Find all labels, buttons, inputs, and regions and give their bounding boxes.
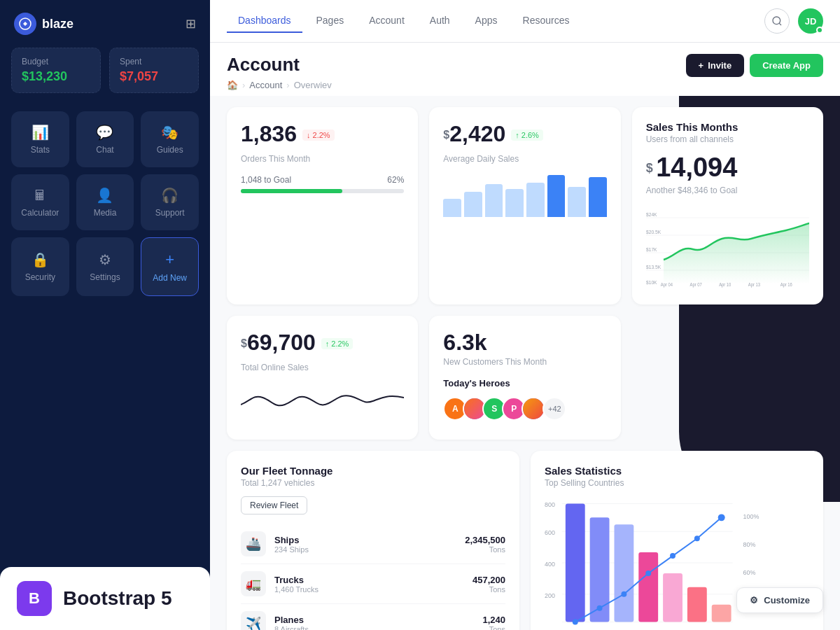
heroes-avatars: A S P +42 <box>443 397 606 421</box>
trucks-value: 457,200 <box>472 575 505 585</box>
fleet-card: Our Fleet Tonnage Total 1,247 vehicles R… <box>227 451 519 630</box>
online-sales-change: ↑ 2.2% <box>321 338 354 349</box>
dashboard-area: 1,836 ↓ 2.2% Orders This Month 1,048 to … <box>210 96 840 630</box>
sidebar-item-add-new[interactable]: + Add New <box>141 237 199 296</box>
bar-5 <box>526 183 545 217</box>
svg-text:200: 200 <box>545 592 555 599</box>
svg-text:$24K: $24K <box>646 211 657 218</box>
new-customers-label: New Customers This Month <box>443 357 606 367</box>
create-app-button[interactable]: Create App <box>750 54 823 77</box>
user-avatar[interactable]: JD <box>798 8 823 34</box>
spent-label: Spent <box>120 57 188 66</box>
budget-row: Budget $13,230 Spent $7,057 <box>0 48 210 104</box>
stats-icon: 📊 <box>31 124 49 141</box>
sidebar-item-security[interactable]: 🔒 Security <box>11 237 69 296</box>
search-button[interactable] <box>764 8 790 34</box>
orders-card: 1,836 ↓ 2.2% Orders This Month 1,048 to … <box>227 107 418 304</box>
fleet-row-planes: ✈️ Planes 8 Aircrafts 1,240 Tons <box>241 604 505 630</box>
svg-text:$20.5K: $20.5K <box>646 228 661 235</box>
sales-change-arrow: ↑ <box>515 131 519 139</box>
ships-sub: 234 Ships <box>274 545 309 554</box>
sidebar-item-chat[interactable]: 💬 Chat <box>76 111 134 167</box>
logo-icon <box>14 13 36 35</box>
tab-dashboards[interactable]: Dashboards <box>227 9 302 33</box>
svg-rect-27 <box>614 524 634 622</box>
tab-pages[interactable]: Pages <box>305 9 356 33</box>
invite-button[interactable]: + Invite <box>686 54 745 77</box>
svg-text:$13.5K: $13.5K <box>646 263 661 270</box>
spent-card: Spent $7,057 <box>109 48 199 93</box>
fleet-row-trucks: 🚛 Trucks 1,460 Trucks 457,200 Tons <box>241 564 505 604</box>
progress-fill <box>241 189 342 193</box>
security-label: Security <box>25 272 55 282</box>
bootstrap-badge: B Bootstrap 5 <box>0 567 210 630</box>
new-customers-card: 6.3k New Customers This Month Today's He… <box>429 316 620 440</box>
tab-apps[interactable]: Apps <box>464 9 509 33</box>
customize-icon: ⚙ <box>750 595 758 606</box>
dollar-prefix: $ <box>443 129 449 141</box>
progress-label: 1,048 to Goal <box>241 175 291 185</box>
daily-sales-label: Average Daily Sales <box>443 154 606 164</box>
guides-label: Guides <box>157 145 183 155</box>
breadcrumb: 🏠 › Account › Overwiev <box>227 80 823 90</box>
main-content: Dashboards Pages Account Auth Apps Resou… <box>210 0 840 630</box>
bar-1 <box>443 199 461 217</box>
svg-text:$10K: $10K <box>646 279 657 286</box>
sales-line-chart: $24K $20.5K $17K $13.5K $10K Apr 04 Apr … <box>646 204 809 290</box>
svg-rect-31 <box>712 605 732 622</box>
sidebar-item-guides[interactable]: 🎭 Guides <box>141 111 199 167</box>
calculator-icon: 🖩 <box>33 188 47 204</box>
svg-point-38 <box>718 514 725 521</box>
breadcrumb-account[interactable]: Account <box>249 80 282 90</box>
customize-label: Customize <box>764 595 810 606</box>
daily-sales-change: ↑ 2.6% <box>511 130 543 141</box>
heroes-title: Today's Heroes <box>443 378 606 388</box>
trucks-unit: Tons <box>472 585 505 594</box>
tab-resources[interactable]: Resources <box>512 9 581 33</box>
orders-change: ↓ 2.2% <box>302 130 335 141</box>
bar-4 <box>505 189 524 217</box>
guides-icon: 🎭 <box>161 124 178 141</box>
trucks-icon: 🚛 <box>241 571 266 596</box>
daily-sales-card: $ 2,420 ↑ 2.6% Average Daily Sales <box>429 107 620 304</box>
online-sales-label: Total Online Sales <box>241 363 404 372</box>
sales-month-title: Sales This Months <box>646 121 809 133</box>
heroes-section: Today's Heroes A S P +42 <box>443 378 606 421</box>
budget-value: $13,230 <box>22 69 90 84</box>
new-customers-value: 6.3k <box>443 330 606 356</box>
sidebar-item-support[interactable]: 🎧 Support <box>141 174 199 230</box>
fleet-subtitle: Total 1,247 vehicles <box>241 478 505 488</box>
planes-value: 1,240 <box>482 615 505 625</box>
sales-month-subtitle: Users from all channels <box>646 134 809 144</box>
add-icon: + <box>165 251 174 269</box>
svg-text:Apr 04: Apr 04 <box>660 281 673 288</box>
sales-month-value: 14,094 <box>656 153 737 182</box>
svg-point-36 <box>670 553 676 559</box>
tab-auth[interactable]: Auth <box>419 9 461 33</box>
tab-account[interactable]: Account <box>358 9 416 33</box>
svg-point-1 <box>773 17 780 24</box>
review-fleet-button[interactable]: Review Fleet <box>241 496 307 514</box>
sidebar-item-stats[interactable]: 📊 Stats <box>11 111 69 167</box>
chat-icon: 💬 <box>96 124 113 141</box>
trucks-name: Trucks <box>274 575 318 585</box>
daily-sales-chart <box>443 175 606 217</box>
menu-icon[interactable]: ⊞ <box>186 16 196 31</box>
bar-3 <box>485 184 503 217</box>
sidebar-item-media[interactable]: 👤 Media <box>76 174 134 230</box>
svg-point-32 <box>573 620 578 625</box>
bottom-row: Our Fleet Tonnage Total 1,247 vehicles R… <box>227 451 823 630</box>
svg-text:Apr 13: Apr 13 <box>748 281 760 288</box>
svg-text:60%: 60% <box>743 569 756 576</box>
orders-change-arrow: ↓ <box>307 131 311 139</box>
customize-button[interactable]: ⚙ Customize <box>736 587 823 613</box>
media-icon: 👤 <box>96 187 113 204</box>
sales-goal-text: Another $48,346 to Goal <box>646 186 809 195</box>
sidebar-item-settings[interactable]: ⚙ Settings <box>76 237 134 296</box>
invite-plus-icon: + <box>699 60 704 71</box>
avatar-initials: JD <box>805 16 817 27</box>
budget-card: Budget $13,230 <box>11 48 101 93</box>
svg-text:Apr 10: Apr 10 <box>719 281 732 288</box>
settings-icon: ⚙ <box>99 251 111 268</box>
sidebar-item-calculator[interactable]: 🖩 Calculator <box>11 174 69 230</box>
